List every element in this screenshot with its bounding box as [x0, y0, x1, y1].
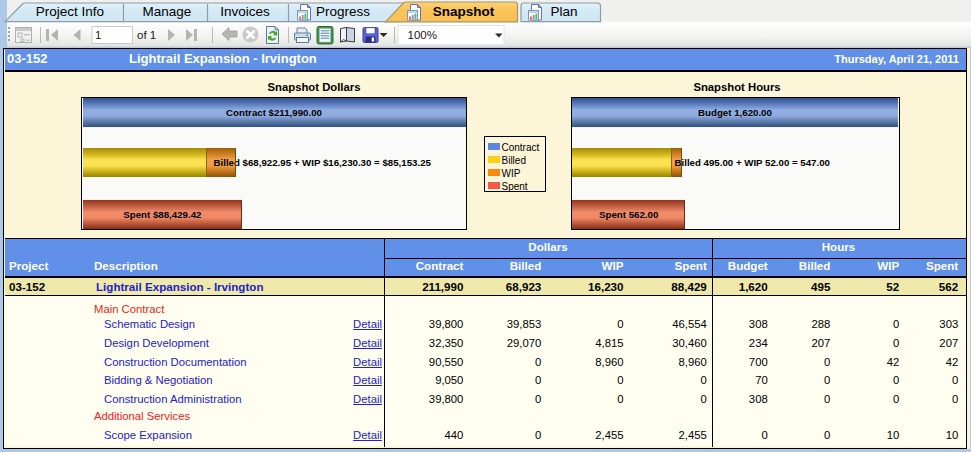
svg-text:Invoices: Invoices: [220, 4, 270, 19]
svg-text:Manage: Manage: [143, 4, 192, 19]
svg-text:Plan: Plan: [550, 4, 577, 19]
svg-text:Snapshot: Snapshot: [433, 4, 495, 19]
svg-text:1: 1: [95, 29, 101, 41]
svg-text:of 1: of 1: [137, 29, 156, 41]
svg-text:100%: 100%: [408, 29, 437, 41]
svg-text:Project Info: Project Info: [36, 4, 104, 19]
svg-text:Progress: Progress: [316, 4, 370, 19]
